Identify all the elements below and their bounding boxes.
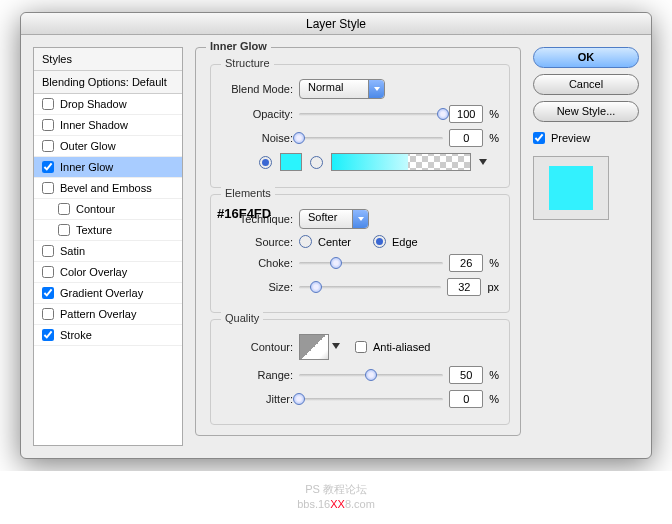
elements-legend: Elements bbox=[221, 187, 275, 199]
noise-unit: % bbox=[489, 132, 499, 144]
checkbox-gradient-overlay[interactable] bbox=[42, 287, 54, 299]
range-slider[interactable] bbox=[299, 368, 443, 382]
preview-checkbox[interactable] bbox=[533, 132, 545, 144]
range-label: Range: bbox=[221, 369, 293, 381]
opacity-label: Opacity: bbox=[221, 108, 293, 120]
choke-input[interactable]: 26 bbox=[449, 254, 483, 272]
sidebar-item-contour[interactable]: Contour bbox=[34, 199, 182, 220]
sidebar-label: Inner Glow bbox=[60, 161, 113, 173]
noise-input[interactable]: 0 bbox=[449, 129, 483, 147]
choke-label: Choke: bbox=[221, 257, 293, 269]
size-slider[interactable] bbox=[299, 280, 441, 294]
size-input[interactable]: 32 bbox=[447, 278, 481, 296]
range-input[interactable]: 50 bbox=[449, 366, 483, 384]
sidebar-item-bevel-emboss[interactable]: Bevel and Emboss bbox=[34, 178, 182, 199]
size-unit: px bbox=[487, 281, 499, 293]
sidebar-label: Stroke bbox=[60, 329, 92, 341]
blend-mode-value: Normal bbox=[308, 81, 343, 93]
sidebar-label: Gradient Overlay bbox=[60, 287, 143, 299]
glow-gradient-radio[interactable] bbox=[310, 156, 323, 169]
chevron-down-icon[interactable] bbox=[479, 159, 487, 165]
opacity-input[interactable]: 100 bbox=[449, 105, 483, 123]
source-center-radio[interactable] bbox=[299, 235, 312, 248]
blend-mode-label: Blend Mode: bbox=[221, 83, 293, 95]
inner-glow-group: Inner Glow Structure Blend Mode: Normal … bbox=[195, 47, 521, 436]
layer-style-dialog: Layer Style Styles Blending Options: Def… bbox=[20, 12, 652, 459]
checkbox-inner-shadow[interactable] bbox=[42, 119, 54, 131]
cancel-button[interactable]: Cancel bbox=[533, 74, 639, 95]
sidebar-label: Texture bbox=[76, 224, 112, 236]
antialiased-label: Anti-aliased bbox=[373, 341, 430, 353]
source-center-label: Center bbox=[318, 236, 351, 248]
sidebar-label: Satin bbox=[60, 245, 85, 257]
size-label: Size: bbox=[221, 281, 293, 293]
glow-gradient-preview[interactable] bbox=[331, 153, 471, 171]
opacity-slider[interactable] bbox=[299, 107, 443, 121]
preview-thumbnail bbox=[533, 156, 609, 220]
checkbox-contour[interactable] bbox=[58, 203, 70, 215]
choke-slider[interactable] bbox=[299, 256, 443, 270]
sidebar-item-color-overlay[interactable]: Color Overlay bbox=[34, 262, 182, 283]
main-panel: Inner Glow Structure Blend Mode: Normal … bbox=[195, 47, 521, 446]
sidebar-label: Outer Glow bbox=[60, 140, 116, 152]
checkbox-inner-glow[interactable] bbox=[42, 161, 54, 173]
noise-label: Noise: bbox=[221, 132, 293, 144]
quality-legend: Quality bbox=[221, 312, 263, 324]
antialiased-checkbox[interactable] bbox=[355, 341, 367, 353]
technique-value: Softer bbox=[308, 211, 337, 223]
jitter-input[interactable]: 0 bbox=[449, 390, 483, 408]
checkbox-color-overlay[interactable] bbox=[42, 266, 54, 278]
sidebar-label: Inner Shadow bbox=[60, 119, 128, 131]
glow-color-radio[interactable] bbox=[259, 156, 272, 169]
sidebar-label: Pattern Overlay bbox=[60, 308, 136, 320]
noise-slider[interactable] bbox=[299, 131, 443, 145]
button-column: OK Cancel New Style... Preview bbox=[533, 47, 639, 446]
sidebar-item-inner-glow[interactable]: Inner Glow bbox=[34, 157, 182, 178]
window-title: Layer Style bbox=[21, 13, 651, 35]
sidebar-item-stroke[interactable]: Stroke bbox=[34, 325, 182, 346]
sidebar-item-inner-shadow[interactable]: Inner Shadow bbox=[34, 115, 182, 136]
range-unit: % bbox=[489, 369, 499, 381]
checkbox-drop-shadow[interactable] bbox=[42, 98, 54, 110]
preview-label: Preview bbox=[551, 132, 590, 144]
technique-select[interactable]: Softer bbox=[299, 209, 369, 229]
panel-title: Inner Glow bbox=[206, 40, 271, 52]
jitter-label: Jitter: bbox=[221, 393, 293, 405]
sidebar-item-texture[interactable]: Texture bbox=[34, 220, 182, 241]
source-edge-radio[interactable] bbox=[373, 235, 386, 248]
sidebar-label: Drop Shadow bbox=[60, 98, 127, 110]
chevron-down-icon bbox=[368, 80, 384, 98]
checkbox-bevel-emboss[interactable] bbox=[42, 182, 54, 194]
sidebar-label: Color Overlay bbox=[60, 266, 127, 278]
sidebar-label: Bevel and Emboss bbox=[60, 182, 152, 194]
sidebar-item-outer-glow[interactable]: Outer Glow bbox=[34, 136, 182, 157]
opacity-unit: % bbox=[489, 108, 499, 120]
jitter-slider[interactable] bbox=[299, 392, 443, 406]
sidebar-item-satin[interactable]: Satin bbox=[34, 241, 182, 262]
blend-mode-select[interactable]: Normal bbox=[299, 79, 385, 99]
checkbox-outer-glow[interactable] bbox=[42, 140, 54, 152]
sidebar-label: Contour bbox=[76, 203, 115, 215]
sidebar-item-drop-shadow[interactable]: Drop Shadow bbox=[34, 94, 182, 115]
checkbox-stroke[interactable] bbox=[42, 329, 54, 341]
contour-picker[interactable] bbox=[299, 334, 329, 360]
checkbox-texture[interactable] bbox=[58, 224, 70, 236]
color-hex-annotation: #16F4FD bbox=[217, 206, 271, 221]
checkbox-pattern-overlay[interactable] bbox=[42, 308, 54, 320]
sidebar-styles-header[interactable]: Styles bbox=[34, 48, 182, 71]
sidebar-item-pattern-overlay[interactable]: Pattern Overlay bbox=[34, 304, 182, 325]
ok-button[interactable]: OK bbox=[533, 47, 639, 68]
quality-group: Quality Contour: Anti-aliased Range: 50 … bbox=[210, 319, 510, 425]
sidebar-item-gradient-overlay[interactable]: Gradient Overlay bbox=[34, 283, 182, 304]
new-style-button[interactable]: New Style... bbox=[533, 101, 639, 122]
chevron-down-icon bbox=[352, 210, 368, 228]
structure-group: Structure Blend Mode: Normal Opacity: 10… bbox=[210, 64, 510, 188]
styles-sidebar: Styles Blending Options: Default Drop Sh… bbox=[33, 47, 183, 446]
checkbox-satin[interactable] bbox=[42, 245, 54, 257]
structure-legend: Structure bbox=[221, 57, 274, 69]
jitter-unit: % bbox=[489, 393, 499, 405]
blending-options-item[interactable]: Blending Options: Default bbox=[34, 71, 182, 94]
glow-color-swatch[interactable] bbox=[280, 153, 302, 171]
source-label: Source: bbox=[221, 236, 293, 248]
choke-unit: % bbox=[489, 257, 499, 269]
